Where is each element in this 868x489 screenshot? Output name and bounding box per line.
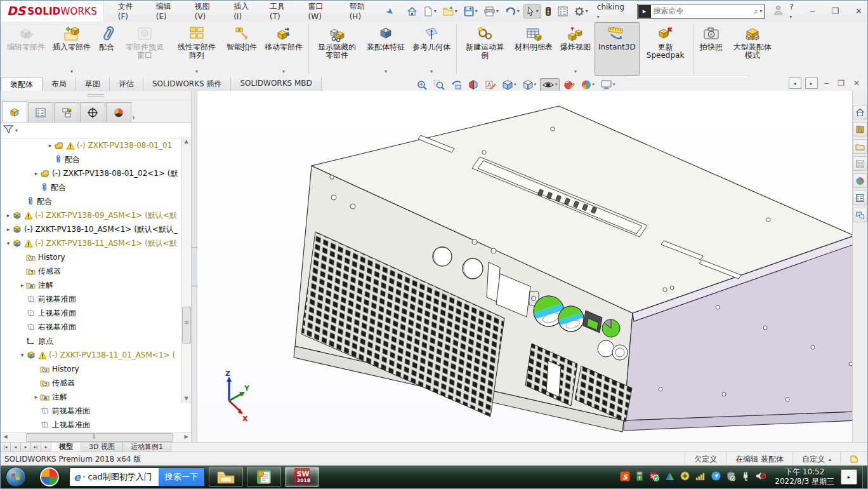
pin-icon[interactable]: ➤	[384, 5, 396, 18]
tray-sogou-s-icon[interactable]: S	[620, 471, 630, 483]
appearance-tab[interactable]	[106, 102, 131, 122]
dropdown-caret[interactable]: ▾	[496, 8, 499, 14]
tree-expander[interactable]: ▸	[32, 170, 40, 177]
tree-row[interactable]: 传感器	[1, 376, 191, 390]
tree-row[interactable]: 右视基准面	[1, 320, 191, 334]
tray-power-plug-icon[interactable]	[741, 471, 750, 483]
tree-row[interactable]: 原点	[1, 334, 191, 348]
tree-expander[interactable]: ▾	[18, 352, 26, 358]
tree-expander[interactable]: ▸	[18, 282, 26, 288]
configuration-tab[interactable]	[54, 102, 79, 122]
tree-row[interactable]: 上视基准面	[1, 306, 191, 320]
doc-tab-3D视图[interactable]: 3D 视图	[81, 443, 123, 452]
tree-expander[interactable]: ▸	[46, 142, 54, 149]
close-button[interactable]: ✕	[850, 5, 867, 17]
doc-tab-模型[interactable]: 模型	[51, 443, 81, 452]
browser-pinwheel-icon[interactable]	[40, 467, 59, 486]
motion-nav-button-4[interactable]: ▸	[41, 443, 51, 452]
help-button[interactable]: ? ▾	[789, 3, 798, 20]
dropdown-caret[interactable]: ▾	[613, 82, 615, 87]
motion-nav-button-3[interactable]: ▸|	[31, 443, 41, 452]
scroll-left-arrow[interactable]: ◀	[1, 432, 10, 441]
taskbar-app-solidworks-2018[interactable]: SW2018	[285, 467, 319, 487]
print-button[interactable]: ▾	[482, 4, 501, 18]
ribbon-large-assembly-button[interactable]: 大型装配体模式	[727, 22, 779, 76]
taskbar-search-widget[interactable]: e▾ cad制图初学入门 搜索一下	[69, 467, 205, 486]
tab-装配体[interactable]: 装配体	[1, 77, 43, 91]
tab-评估[interactable]: 评估	[110, 77, 143, 91]
taskbar-clock[interactable]: 下午 10:52 2022/8/3 星期三	[775, 467, 834, 486]
taskpane-home-button[interactable]	[853, 105, 867, 119]
scroll-down-arrow[interactable]: ▼	[181, 394, 191, 403]
tray-plus-coin-icon[interactable]	[680, 471, 690, 483]
view-orientation-cube-button[interactable]: ▾	[500, 78, 518, 91]
tree-horizontal-scrollbar[interactable]: ◀ ▶	[1, 432, 191, 442]
doc-nav-prev-button[interactable]: ◂	[789, 77, 801, 89]
assembly-tree-tab[interactable]	[2, 101, 27, 122]
tree-row[interactable]: 配合	[1, 152, 191, 166]
tree-filter-bar[interactable]: ▾	[1, 123, 191, 138]
save-button[interactable]: ▾	[461, 4, 480, 18]
dropdown-caret[interactable]: ▾	[586, 8, 588, 14]
tree-row[interactable]: 配合	[1, 180, 191, 194]
open-folder-button[interactable]: ▾	[440, 4, 460, 18]
motion-nav-button-1[interactable]: ◂	[11, 443, 21, 452]
tree-row[interactable]: ▸A注解	[1, 278, 191, 292]
ribbon-bom-table-button[interactable]: 材料明细表	[511, 22, 556, 76]
tree-expander[interactable]: ▸	[32, 394, 40, 400]
tree-row[interactable]: ▾(-) ZXKT-PV138-11_ASM<1> (默认<默	[1, 236, 191, 250]
tray-speaker-muted-icon[interactable]	[756, 471, 766, 483]
display-style-cube-button[interactable]: ▾	[520, 78, 539, 91]
doc-restore-button[interactable]: ❐	[835, 79, 847, 88]
tray-usb-drive-icon[interactable]	[636, 471, 643, 483]
panel-flyout-arrow[interactable]: ›	[132, 112, 140, 122]
minimize-button[interactable]: ‒	[805, 5, 820, 17]
tree-row[interactable]: ▸A注解	[1, 390, 191, 404]
filter-funnel-icon[interactable]	[3, 124, 13, 136]
restore-button[interactable]: ❐	[826, 5, 844, 17]
tree-row[interactable]: ▾(-) ZXKT-PV138-11_01_ASM<1> (	[1, 348, 191, 362]
ribbon-instant3d-button[interactable]: Instant3D	[595, 22, 640, 76]
dynamic-annotation-button[interactable]: A	[483, 78, 498, 91]
scroll-right-arrow[interactable]: ▶	[181, 432, 191, 441]
tree-expander[interactable]: ▾	[4, 240, 12, 246]
panel-splitter[interactable]	[192, 91, 197, 442]
ribbon-show-hidden-button[interactable]: 显示隐藏的零部件	[311, 22, 363, 76]
hscroll-thumb[interactable]	[26, 433, 173, 442]
dropdown-caret[interactable]: ▾	[434, 8, 437, 14]
tray-network-signal-icon[interactable]	[695, 472, 706, 483]
home-button[interactable]	[404, 4, 420, 18]
doc-tab-运动算例1[interactable]: 运动算例1	[123, 443, 171, 452]
filter-dropdown-caret[interactable]: ▾	[15, 128, 18, 133]
view-settings-monitor-button[interactable]: ▾	[598, 78, 617, 91]
user-account-button[interactable]: chiking ▾	[597, 3, 629, 20]
ribbon-insert-component-button[interactable]: 插入零部件▾	[49, 22, 95, 76]
ribbon-mate-clip-button[interactable]: 配合	[95, 22, 119, 76]
rebuild-traffic-light-button[interactable]	[542, 4, 554, 18]
previous-view-button[interactable]	[449, 78, 464, 91]
doc-minimize-button[interactable]: ‒	[822, 79, 832, 88]
scroll-thumb[interactable]	[182, 307, 191, 344]
status-customize[interactable]: 自定义▴	[792, 452, 840, 466]
tree-row[interactable]: ▸(-) ZXKT-PV138-08-01_02<1> (默	[1, 166, 191, 180]
dropdown-caret[interactable]: ▾	[282, 69, 285, 74]
scroll-up-arrow[interactable]: ▲	[181, 137, 191, 146]
tab-solidworks-插件[interactable]: SOLIDWORKS 插件	[143, 77, 231, 91]
tree-row[interactable]: 前视基准面	[1, 404, 191, 418]
tree-expander[interactable]: ▸	[4, 226, 12, 232]
property-manager-tab[interactable]	[28, 102, 53, 122]
ribbon-exploded-view-button[interactable]: 爆炸视图▾	[556, 22, 595, 76]
taskpane-file-explorer-button[interactable]	[853, 139, 867, 154]
start-button[interactable]	[6, 467, 26, 487]
ribbon-motion-study-button[interactable]: 新建运动算例	[459, 22, 511, 76]
options-gear-button[interactable]: ▾	[572, 4, 591, 18]
show-desktop-button[interactable]	[862, 466, 867, 488]
taskpane-appearances-scenes-button[interactable]	[853, 173, 867, 188]
dropdown-caret[interactable]: ▾	[70, 69, 73, 74]
dropdown-caret[interactable]: ▾	[574, 69, 577, 74]
taskbar-search-text[interactable]: cad制图初学入门	[88, 471, 158, 483]
dropdown-caret[interactable]: ▾	[555, 82, 558, 87]
panel-top-grip[interactable]	[1, 91, 191, 100]
file-properties-button[interactable]	[555, 4, 570, 18]
doc-nav-next-button[interactable]: ▸	[805, 77, 818, 89]
